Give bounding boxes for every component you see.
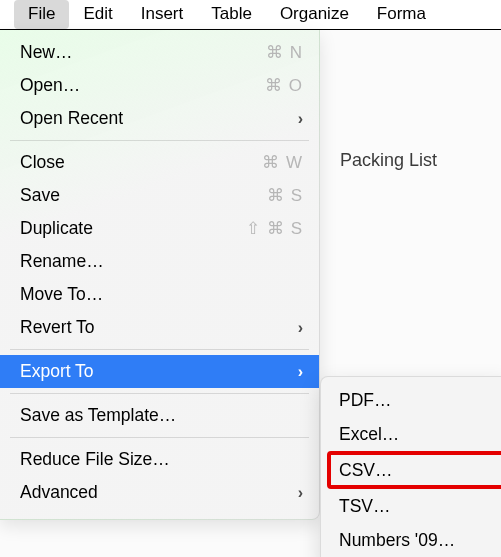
- sheet-tab-label[interactable]: Packing List: [340, 150, 437, 171]
- menu-item-label: Save: [20, 185, 267, 206]
- chevron-right-icon: ›: [298, 484, 303, 502]
- export-numbers09[interactable]: Numbers '09…: [321, 523, 501, 557]
- file-menu-open[interactable]: Open… ⌘ O: [0, 69, 319, 102]
- export-csv[interactable]: CSV…: [329, 453, 501, 487]
- menubar-item-insert[interactable]: Insert: [127, 0, 198, 29]
- file-menu-duplicate[interactable]: Duplicate ⇧ ⌘ S: [0, 212, 319, 245]
- file-menu-reduce-file-size[interactable]: Reduce File Size…: [0, 443, 319, 476]
- menu-separator: [10, 140, 309, 141]
- chevron-right-icon: ›: [298, 319, 303, 337]
- file-menu-close[interactable]: Close ⌘ W: [0, 146, 319, 179]
- export-to-submenu: PDF… Excel… CSV… TSV… Numbers '09…: [320, 376, 501, 557]
- menubar-item-edit[interactable]: Edit: [69, 0, 126, 29]
- file-menu-advanced[interactable]: Advanced ›: [0, 476, 319, 509]
- menubar: File Edit Insert Table Organize Forma: [0, 0, 501, 30]
- file-menu-export-to[interactable]: Export To ›: [0, 355, 319, 388]
- file-menu-save-as-template[interactable]: Save as Template…: [0, 399, 319, 432]
- menubar-item-format[interactable]: Forma: [363, 0, 440, 29]
- menu-item-label: Open Recent: [20, 108, 298, 129]
- menu-item-label: Duplicate: [20, 218, 246, 239]
- menu-item-shortcut: ⌘ W: [262, 152, 303, 173]
- menu-item-label: Move To…: [20, 284, 303, 305]
- menu-item-label: PDF…: [339, 390, 392, 411]
- menu-item-label: Advanced: [20, 482, 298, 503]
- menu-item-shortcut: ⇧ ⌘ S: [246, 218, 303, 239]
- menu-item-label: New…: [20, 42, 266, 63]
- menu-item-label: Excel…: [339, 424, 399, 445]
- menu-separator: [10, 437, 309, 438]
- file-menu-revert-to[interactable]: Revert To ›: [0, 311, 319, 344]
- file-menu-save[interactable]: Save ⌘ S: [0, 179, 319, 212]
- menubar-item-file[interactable]: File: [14, 0, 69, 29]
- export-pdf[interactable]: PDF…: [321, 383, 501, 417]
- menubar-item-organize[interactable]: Organize: [266, 0, 363, 29]
- menu-item-shortcut: ⌘ N: [266, 42, 303, 63]
- menu-item-label: TSV…: [339, 496, 391, 517]
- export-excel[interactable]: Excel…: [321, 417, 501, 451]
- menu-item-label: Revert To: [20, 317, 298, 338]
- menu-item-label: Export To: [20, 361, 298, 382]
- file-menu: New… ⌘ N Open… ⌘ O Open Recent › Close ⌘…: [0, 30, 320, 520]
- menu-item-label: Rename…: [20, 251, 303, 272]
- menu-item-label: Close: [20, 152, 262, 173]
- menu-separator: [10, 349, 309, 350]
- document-area: Packing List New… ⌘ N Open… ⌘ O Open Rec…: [0, 30, 501, 557]
- menu-item-shortcut: ⌘ S: [267, 185, 303, 206]
- menubar-item-table[interactable]: Table: [197, 0, 266, 29]
- menu-item-label: CSV…: [339, 460, 392, 481]
- menu-item-label: Numbers '09…: [339, 530, 455, 551]
- menu-item-label: Open…: [20, 75, 265, 96]
- file-menu-open-recent[interactable]: Open Recent ›: [0, 102, 319, 135]
- menu-item-label: Reduce File Size…: [20, 449, 303, 470]
- file-menu-move-to[interactable]: Move To…: [0, 278, 319, 311]
- file-menu-rename[interactable]: Rename…: [0, 245, 319, 278]
- export-tsv[interactable]: TSV…: [321, 489, 501, 523]
- menu-item-label: Save as Template…: [20, 405, 303, 426]
- menu-item-shortcut: ⌘ O: [265, 75, 303, 96]
- chevron-right-icon: ›: [298, 363, 303, 381]
- file-menu-new[interactable]: New… ⌘ N: [0, 36, 319, 69]
- chevron-right-icon: ›: [298, 110, 303, 128]
- menu-separator: [10, 393, 309, 394]
